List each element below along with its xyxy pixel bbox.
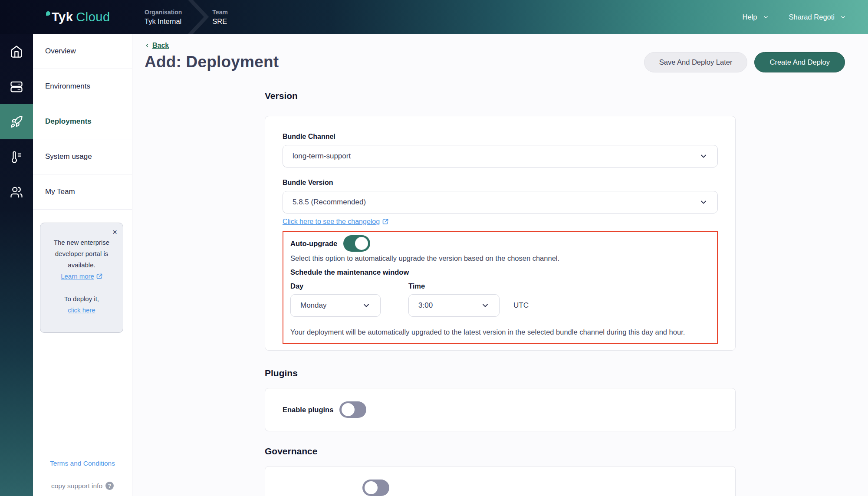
auto-upgrade-highlighted-box: Auto-upgrade Select this option to autom… <box>283 231 718 344</box>
deploy-text: To deploy it, <box>46 293 117 305</box>
external-link-icon <box>382 219 388 225</box>
help-question-icon[interactable]: ? <box>105 482 114 490</box>
servers-icon <box>10 80 23 93</box>
rail-item-overview[interactable] <box>0 34 33 69</box>
toggle-knob <box>355 237 368 250</box>
click-here-label: click here <box>68 305 95 316</box>
day-value: Monday <box>300 301 326 310</box>
plugins-card: Enable plugins <box>265 388 736 431</box>
back-label: Back <box>152 42 169 49</box>
breadcrumb-chevron-icon <box>188 0 209 34</box>
bundle-version-label: Bundle Version <box>283 179 718 187</box>
sidebar-item-environments[interactable]: Environments <box>33 69 132 104</box>
team-value: SRE <box>212 17 228 26</box>
copy-support-info-label: copy support info <box>51 482 102 490</box>
main-content: Back Add: Deployment Save And Deploy Lat… <box>132 34 868 496</box>
team-icon <box>10 186 23 199</box>
chevron-down-icon <box>362 301 371 310</box>
click-here-link[interactable]: click here <box>68 305 95 316</box>
home-icon <box>10 45 23 58</box>
sidebar-item-label: Deployments <box>45 117 92 126</box>
page-head-left: Back Add: Deployment <box>145 41 279 71</box>
enable-plugins-toggle[interactable] <box>339 401 366 418</box>
sidebar-item-deployments[interactable]: Deployments <box>33 104 132 139</box>
changelog-link[interactable]: Click here to see the changelog <box>283 217 388 227</box>
chevron-down-icon <box>699 152 708 161</box>
day-label: Day <box>290 282 381 292</box>
time-select[interactable]: 3:00 <box>408 294 500 317</box>
tyk-cloud-logo[interactable]: Tyk Cloud <box>46 10 145 24</box>
sidebar-icon-rail <box>0 34 33 496</box>
page-title: Add: Deployment <box>145 53 279 71</box>
auto-upgrade-label: Auto-upgrade <box>290 240 337 248</box>
bundle-version-value: 5.8.5 (Recommended) <box>293 198 366 207</box>
sidebar-item-system-usage[interactable]: System usage <box>33 139 132 174</box>
copy-support-info[interactable]: copy support info ? <box>33 482 132 490</box>
learn-more-label: Learn more <box>61 271 94 282</box>
page-title-main: Deployment <box>186 53 279 71</box>
back-link[interactable]: Back <box>145 41 169 50</box>
header-right-menus: Help Sharad Regoti <box>743 13 868 21</box>
toggle-knob <box>342 403 355 416</box>
user-menu[interactable]: Sharad Regoti <box>789 13 847 21</box>
logo-brand-text: Tyk <box>52 10 73 24</box>
top-header: Tyk Cloud Organisation Tyk Internal Team… <box>0 0 868 34</box>
organisation-value: Tyk Internal <box>145 17 182 26</box>
team-label: Team <box>212 9 228 16</box>
schedule-heading: Schedule the maintenance window <box>290 266 710 278</box>
auto-upgrade-toggle[interactable] <box>343 235 370 252</box>
version-card: Bundle Channel long-term-support Bundle … <box>265 116 736 351</box>
tyk-logo-mark-icon <box>46 11 50 16</box>
tyk-cloud-app: Tyk Cloud Organisation Tyk Internal Team… <box>0 0 868 496</box>
terms-and-conditions-link[interactable]: Terms and Conditions <box>33 460 132 467</box>
plugins-section-heading: Plugins <box>265 368 736 378</box>
chevron-left-icon <box>145 43 150 49</box>
help-label: Help <box>743 13 757 21</box>
sidebar-item-my-team[interactable]: My Team <box>33 174 132 210</box>
governance-card <box>265 466 736 496</box>
version-section-heading: Version <box>265 91 736 101</box>
bundle-channel-label: Bundle Channel <box>283 133 718 141</box>
rail-item-environments[interactable] <box>0 69 33 104</box>
timezone-label: UTC <box>513 294 529 317</box>
auto-upgrade-description: Select this option to automatically upgr… <box>290 253 710 264</box>
create-and-deploy-button[interactable]: Create And Deploy <box>754 52 845 72</box>
logo-suffix-text: Cloud <box>76 10 110 24</box>
close-icon[interactable]: × <box>46 227 117 237</box>
learn-more-link[interactable]: Learn more <box>61 271 102 282</box>
external-link-icon <box>96 273 102 279</box>
save-and-deploy-later-button[interactable]: Save And Deploy Later <box>644 52 748 72</box>
sidebar-item-overview[interactable]: Overview <box>33 34 132 69</box>
user-name: Sharad Regoti <box>789 13 835 21</box>
breadcrumb-team[interactable]: Team SRE <box>212 9 228 26</box>
toggle-knob <box>365 481 378 494</box>
sidebar-item-label: Overview <box>45 47 76 56</box>
time-label: Time <box>408 282 500 292</box>
time-value: 3:00 <box>418 301 433 310</box>
sidebar: Overview Environments Deployments System… <box>33 34 132 496</box>
chevron-down-icon <box>840 14 846 20</box>
thermometer-icon <box>10 151 23 164</box>
enable-plugins-label: Enable plugins <box>283 406 333 414</box>
chevron-down-icon <box>481 301 490 310</box>
chevron-down-icon <box>763 14 769 20</box>
rail-item-my-team[interactable] <box>0 174 33 210</box>
day-select[interactable]: Monday <box>290 294 381 317</box>
bundle-channel-value: long-term-support <box>293 152 351 161</box>
breadcrumb-organisation[interactable]: Organisation Tyk Internal <box>145 9 182 26</box>
sidebar-item-label: System usage <box>45 152 92 161</box>
sidebar-item-label: Environments <box>45 82 90 91</box>
sidebar-item-label: My Team <box>45 187 75 196</box>
rail-item-deployments[interactable] <box>0 104 33 139</box>
governance-toggle[interactable] <box>362 480 389 496</box>
rail-item-system-usage[interactable] <box>0 139 33 174</box>
chevron-down-icon <box>699 198 708 207</box>
bundle-channel-select[interactable]: long-term-support <box>283 145 718 168</box>
changelog-link-label: Click here to see the changelog <box>283 218 380 226</box>
governance-section-heading: Governance <box>265 446 736 457</box>
notice-text: The new enterprise developer portal is a… <box>46 237 117 271</box>
page-actions: Save And Deploy Later Create And Deploy <box>644 52 845 72</box>
organisation-label: Organisation <box>145 9 182 16</box>
help-menu[interactable]: Help <box>743 13 769 21</box>
bundle-version-select[interactable]: 5.8.5 (Recommended) <box>283 191 718 214</box>
